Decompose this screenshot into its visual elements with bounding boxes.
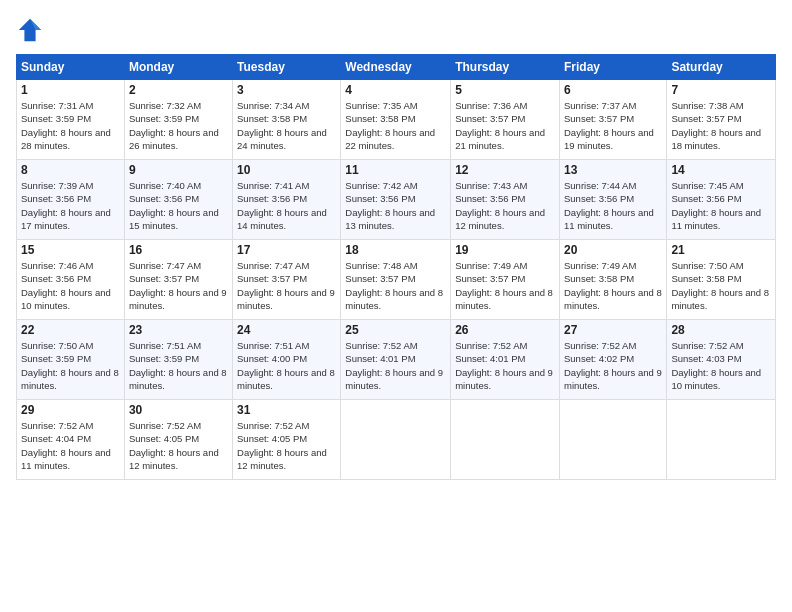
day-info: Sunrise: 7:51 AMSunset: 4:00 PMDaylight:… (237, 339, 336, 392)
day-cell: 30Sunrise: 7:52 AMSunset: 4:05 PMDayligh… (124, 400, 232, 480)
week-row-5: 29Sunrise: 7:52 AMSunset: 4:04 PMDayligh… (17, 400, 776, 480)
day-number: 9 (129, 163, 228, 177)
day-cell: 25Sunrise: 7:52 AMSunset: 4:01 PMDayligh… (341, 320, 451, 400)
day-info: Sunrise: 7:37 AMSunset: 3:57 PMDaylight:… (564, 99, 662, 152)
day-cell: 11Sunrise: 7:42 AMSunset: 3:56 PMDayligh… (341, 160, 451, 240)
day-info: Sunrise: 7:52 AMSunset: 4:03 PMDaylight:… (671, 339, 771, 392)
day-cell (559, 400, 666, 480)
day-cell (451, 400, 560, 480)
day-info: Sunrise: 7:52 AMSunset: 4:01 PMDaylight:… (345, 339, 446, 392)
day-cell: 19Sunrise: 7:49 AMSunset: 3:57 PMDayligh… (451, 240, 560, 320)
week-row-3: 15Sunrise: 7:46 AMSunset: 3:56 PMDayligh… (17, 240, 776, 320)
day-info: Sunrise: 7:45 AMSunset: 3:56 PMDaylight:… (671, 179, 771, 232)
calendar-header-row: SundayMondayTuesdayWednesdayThursdayFrid… (17, 55, 776, 80)
day-number: 29 (21, 403, 120, 417)
day-info: Sunrise: 7:52 AMSunset: 4:01 PMDaylight:… (455, 339, 555, 392)
day-cell: 8Sunrise: 7:39 AMSunset: 3:56 PMDaylight… (17, 160, 125, 240)
day-info: Sunrise: 7:52 AMSunset: 4:05 PMDaylight:… (129, 419, 228, 472)
day-info: Sunrise: 7:50 AMSunset: 3:59 PMDaylight:… (21, 339, 120, 392)
day-header-monday: Monday (124, 55, 232, 80)
calendar-body: 1Sunrise: 7:31 AMSunset: 3:59 PMDaylight… (17, 80, 776, 480)
day-number: 23 (129, 323, 228, 337)
day-cell: 7Sunrise: 7:38 AMSunset: 3:57 PMDaylight… (667, 80, 776, 160)
day-cell: 27Sunrise: 7:52 AMSunset: 4:02 PMDayligh… (559, 320, 666, 400)
day-number: 16 (129, 243, 228, 257)
day-number: 15 (21, 243, 120, 257)
day-cell: 22Sunrise: 7:50 AMSunset: 3:59 PMDayligh… (17, 320, 125, 400)
day-info: Sunrise: 7:38 AMSunset: 3:57 PMDaylight:… (671, 99, 771, 152)
day-info: Sunrise: 7:43 AMSunset: 3:56 PMDaylight:… (455, 179, 555, 232)
day-cell: 24Sunrise: 7:51 AMSunset: 4:00 PMDayligh… (233, 320, 341, 400)
day-number: 30 (129, 403, 228, 417)
day-cell: 16Sunrise: 7:47 AMSunset: 3:57 PMDayligh… (124, 240, 232, 320)
day-info: Sunrise: 7:32 AMSunset: 3:59 PMDaylight:… (129, 99, 228, 152)
day-cell: 6Sunrise: 7:37 AMSunset: 3:57 PMDaylight… (559, 80, 666, 160)
day-number: 31 (237, 403, 336, 417)
day-info: Sunrise: 7:31 AMSunset: 3:59 PMDaylight:… (21, 99, 120, 152)
day-cell (667, 400, 776, 480)
day-number: 8 (21, 163, 120, 177)
day-cell: 28Sunrise: 7:52 AMSunset: 4:03 PMDayligh… (667, 320, 776, 400)
day-header-wednesday: Wednesday (341, 55, 451, 80)
logo (16, 16, 48, 44)
day-number: 1 (21, 83, 120, 97)
day-number: 22 (21, 323, 120, 337)
day-cell: 21Sunrise: 7:50 AMSunset: 3:58 PMDayligh… (667, 240, 776, 320)
day-info: Sunrise: 7:48 AMSunset: 3:57 PMDaylight:… (345, 259, 446, 312)
day-number: 25 (345, 323, 446, 337)
week-row-4: 22Sunrise: 7:50 AMSunset: 3:59 PMDayligh… (17, 320, 776, 400)
day-info: Sunrise: 7:46 AMSunset: 3:56 PMDaylight:… (21, 259, 120, 312)
day-cell: 26Sunrise: 7:52 AMSunset: 4:01 PMDayligh… (451, 320, 560, 400)
day-info: Sunrise: 7:51 AMSunset: 3:59 PMDaylight:… (129, 339, 228, 392)
day-number: 12 (455, 163, 555, 177)
day-info: Sunrise: 7:47 AMSunset: 3:57 PMDaylight:… (237, 259, 336, 312)
day-number: 21 (671, 243, 771, 257)
day-info: Sunrise: 7:41 AMSunset: 3:56 PMDaylight:… (237, 179, 336, 232)
day-number: 17 (237, 243, 336, 257)
day-number: 2 (129, 83, 228, 97)
day-number: 14 (671, 163, 771, 177)
day-cell (341, 400, 451, 480)
calendar-table: SundayMondayTuesdayWednesdayThursdayFrid… (16, 54, 776, 480)
day-number: 19 (455, 243, 555, 257)
day-number: 7 (671, 83, 771, 97)
day-info: Sunrise: 7:34 AMSunset: 3:58 PMDaylight:… (237, 99, 336, 152)
day-info: Sunrise: 7:36 AMSunset: 3:57 PMDaylight:… (455, 99, 555, 152)
day-cell: 5Sunrise: 7:36 AMSunset: 3:57 PMDaylight… (451, 80, 560, 160)
day-cell: 10Sunrise: 7:41 AMSunset: 3:56 PMDayligh… (233, 160, 341, 240)
day-number: 3 (237, 83, 336, 97)
day-info: Sunrise: 7:52 AMSunset: 4:02 PMDaylight:… (564, 339, 662, 392)
day-header-tuesday: Tuesday (233, 55, 341, 80)
day-number: 27 (564, 323, 662, 337)
day-info: Sunrise: 7:49 AMSunset: 3:58 PMDaylight:… (564, 259, 662, 312)
day-info: Sunrise: 7:42 AMSunset: 3:56 PMDaylight:… (345, 179, 446, 232)
day-cell: 15Sunrise: 7:46 AMSunset: 3:56 PMDayligh… (17, 240, 125, 320)
day-header-thursday: Thursday (451, 55, 560, 80)
day-cell: 2Sunrise: 7:32 AMSunset: 3:59 PMDaylight… (124, 80, 232, 160)
logo-icon (16, 16, 44, 44)
day-number: 24 (237, 323, 336, 337)
day-cell: 3Sunrise: 7:34 AMSunset: 3:58 PMDaylight… (233, 80, 341, 160)
week-row-1: 1Sunrise: 7:31 AMSunset: 3:59 PMDaylight… (17, 80, 776, 160)
day-cell: 31Sunrise: 7:52 AMSunset: 4:05 PMDayligh… (233, 400, 341, 480)
calendar-page: SundayMondayTuesdayWednesdayThursdayFrid… (0, 0, 792, 612)
day-number: 20 (564, 243, 662, 257)
day-cell: 9Sunrise: 7:40 AMSunset: 3:56 PMDaylight… (124, 160, 232, 240)
day-number: 18 (345, 243, 446, 257)
day-info: Sunrise: 7:40 AMSunset: 3:56 PMDaylight:… (129, 179, 228, 232)
week-row-2: 8Sunrise: 7:39 AMSunset: 3:56 PMDaylight… (17, 160, 776, 240)
day-cell: 4Sunrise: 7:35 AMSunset: 3:58 PMDaylight… (341, 80, 451, 160)
page-header (16, 16, 776, 44)
day-number: 13 (564, 163, 662, 177)
day-number: 4 (345, 83, 446, 97)
day-info: Sunrise: 7:44 AMSunset: 3:56 PMDaylight:… (564, 179, 662, 232)
day-header-friday: Friday (559, 55, 666, 80)
day-number: 28 (671, 323, 771, 337)
day-number: 11 (345, 163, 446, 177)
day-cell: 23Sunrise: 7:51 AMSunset: 3:59 PMDayligh… (124, 320, 232, 400)
day-cell: 20Sunrise: 7:49 AMSunset: 3:58 PMDayligh… (559, 240, 666, 320)
day-info: Sunrise: 7:52 AMSunset: 4:04 PMDaylight:… (21, 419, 120, 472)
day-number: 6 (564, 83, 662, 97)
day-info: Sunrise: 7:49 AMSunset: 3:57 PMDaylight:… (455, 259, 555, 312)
day-info: Sunrise: 7:52 AMSunset: 4:05 PMDaylight:… (237, 419, 336, 472)
